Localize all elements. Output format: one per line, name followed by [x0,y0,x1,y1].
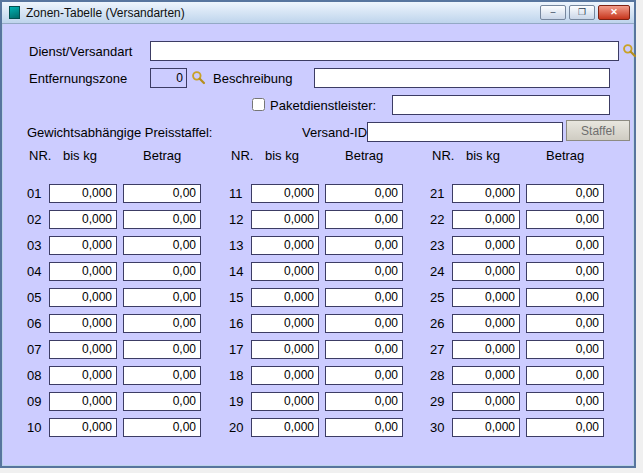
versand-id-input[interactable] [367,122,563,142]
row-number: 04 [27,264,49,279]
betrag-input[interactable] [526,418,604,437]
betrag-input[interactable] [123,184,201,203]
bis-kg-input[interactable] [49,340,117,359]
bis-kg-input[interactable] [452,236,520,255]
table-rows: 11121314151617181920 [229,180,411,440]
betrag-input[interactable] [526,392,604,411]
betrag-input[interactable] [526,236,604,255]
betrag-input[interactable] [526,184,604,203]
bis-kg-input[interactable] [251,288,319,307]
table-row: 20 [229,414,411,440]
betrag-input[interactable] [123,366,201,385]
bis-kg-input[interactable] [49,184,117,203]
row-number: 30 [430,420,452,435]
bis-kg-input[interactable] [251,236,319,255]
row-number: 13 [229,238,251,253]
betrag-input[interactable] [526,314,604,333]
bis-kg-input[interactable] [251,262,319,281]
bis-kg-input[interactable] [452,418,520,437]
bis-kg-input[interactable] [251,184,319,203]
table-header-row: NR.bis kgBetrag [430,148,612,162]
table-row: 19 [229,388,411,414]
bis-kg-input[interactable] [452,210,520,229]
table-row: 12 [229,206,411,232]
bis-kg-input[interactable] [251,314,319,333]
betrag-input[interactable] [123,314,201,333]
bis-kg-input[interactable] [49,418,117,437]
row-number: 14 [229,264,251,279]
entfernungszone-lookup-icon[interactable] [191,70,206,85]
betrag-input[interactable] [325,366,403,385]
betrag-input[interactable] [123,210,201,229]
bis-kg-input[interactable] [452,262,520,281]
bis-kg-input[interactable] [251,340,319,359]
row-number: 08 [27,368,49,383]
bis-kg-input[interactable] [251,418,319,437]
row-number: 15 [229,290,251,305]
bis-kg-input[interactable] [251,210,319,229]
bis-kg-input[interactable] [49,262,117,281]
maximize-button-icon[interactable]: ❐ [569,5,595,20]
beschreibung-input[interactable] [314,68,610,88]
betrag-input[interactable] [123,392,201,411]
betrag-input[interactable] [123,288,201,307]
row-number: 27 [430,342,452,357]
bis-kg-input[interactable] [49,210,117,229]
row-number: 01 [27,186,49,201]
column-header: Betrag [143,148,181,163]
paketdienstleister-label: Paketdienstleister: [270,98,376,113]
table-row: 25 [430,284,612,310]
dienst-lookup-icon[interactable] [622,43,637,58]
close-button-icon[interactable]: ✕ [598,5,630,20]
row-number: 07 [27,342,49,357]
betrag-input[interactable] [325,262,403,281]
betrag-input[interactable] [325,288,403,307]
bis-kg-input[interactable] [452,392,520,411]
column-header: bis kg [466,148,500,163]
bis-kg-input[interactable] [452,314,520,333]
column-header: NR. [432,148,454,163]
betrag-input[interactable] [526,366,604,385]
betrag-input[interactable] [325,184,403,203]
betrag-input[interactable] [325,392,403,411]
row-number: 29 [430,394,452,409]
paketdienstleister-input[interactable] [392,95,610,115]
staffel-button[interactable]: Staffel [566,120,630,141]
betrag-input[interactable] [325,418,403,437]
bis-kg-input[interactable] [49,288,117,307]
minimize-button-icon[interactable]: – [540,5,566,20]
betrag-input[interactable] [325,314,403,333]
betrag-input[interactable] [325,236,403,255]
row-number: 11 [229,186,251,201]
bis-kg-input[interactable] [251,392,319,411]
betrag-input[interactable] [526,210,604,229]
betrag-input[interactable] [123,418,201,437]
bis-kg-input[interactable] [49,236,117,255]
table-header-row: NR.bis kgBetrag [229,148,411,162]
betrag-input[interactable] [123,340,201,359]
betrag-input[interactable] [526,340,604,359]
bis-kg-input[interactable] [452,184,520,203]
paketdienstleister-checkbox[interactable] [252,98,265,111]
row-number: 22 [430,212,452,227]
dienst-versandart-input[interactable] [150,41,619,61]
table-row: 18 [229,362,411,388]
bis-kg-input[interactable] [49,366,117,385]
bis-kg-input[interactable] [251,366,319,385]
betrag-input[interactable] [123,236,201,255]
betrag-input[interactable] [526,262,604,281]
betrag-input[interactable] [325,210,403,229]
betrag-input[interactable] [325,340,403,359]
bis-kg-input[interactable] [452,366,520,385]
bis-kg-input[interactable] [452,288,520,307]
titlebar[interactable]: Zonen-Tabelle (Versandarten) – ❐ ✕ [2,2,634,24]
table-row: 17 [229,336,411,362]
bis-kg-input[interactable] [452,340,520,359]
betrag-input[interactable] [526,288,604,307]
row-number: 12 [229,212,251,227]
bis-kg-input[interactable] [49,392,117,411]
entfernungszone-input[interactable] [150,68,187,88]
bis-kg-input[interactable] [49,314,117,333]
betrag-input[interactable] [123,262,201,281]
row-number: 21 [430,186,452,201]
